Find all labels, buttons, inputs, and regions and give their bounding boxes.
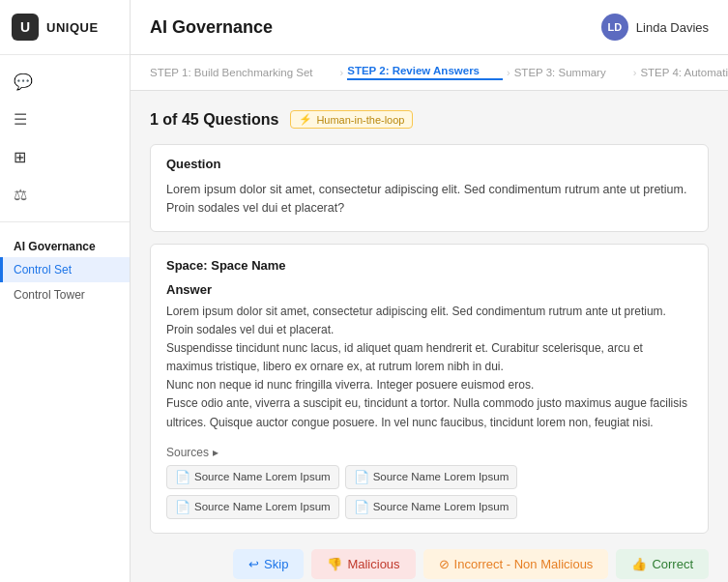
space-label: Space: Space Name	[166, 258, 692, 273]
sidebar-logo: U UNIQUE	[0, 0, 130, 55]
sidebar-item-control-tower[interactable]: Control Tower	[0, 282, 130, 307]
hitl-icon: ⚡	[299, 113, 312, 126]
sidebar-icon-group: 💬 ☰ ⊞ ⚖	[0, 55, 130, 222]
sidebar-icon-grid[interactable]: ⊞	[0, 138, 130, 176]
sidebar-icon-scale[interactable]: ⚖	[0, 176, 130, 214]
answer-text: Lorem ipsum dolor sit amet, consectetur …	[166, 303, 692, 432]
sources-label: Sources ▸	[166, 446, 692, 459]
user-name: Linda Davies	[636, 20, 709, 35]
action-buttons: ↩ Skip 👎 Malicious ⊘ Incorrect - Non Mal…	[150, 549, 709, 579]
avatar: LD	[601, 14, 628, 41]
source-chip-label-1: Source Name Lorem Ipsum	[194, 471, 331, 482]
logo-icon: U	[12, 14, 39, 41]
question-heading: Question	[151, 145, 708, 177]
step-sep-2: ›	[507, 67, 510, 78]
source-chip-icon-3: 📄	[175, 500, 190, 514]
source-chip-4[interactable]: 📄 Source Name Lorem Ipsum	[345, 495, 518, 519]
sources-section: Sources ▸ 📄 Source Name Lorem Ipsum 📄 So…	[166, 446, 692, 519]
correct-icon: 👍	[631, 557, 647, 571]
source-chip-label-4: Source Name Lorem Ipsum	[373, 501, 510, 512]
incorrect-icon: ⊘	[439, 557, 450, 571]
main-area: AI Governance LD Linda Davies STEP 1: Bu…	[131, 0, 728, 582]
skip-button[interactable]: ↩ Skip	[233, 549, 304, 579]
source-chip-1[interactable]: 📄 Source Name Lorem Ipsum	[166, 465, 339, 489]
step-sep-1: ›	[340, 67, 344, 78]
source-chip-label-3: Source Name Lorem Ipsum	[194, 501, 331, 512]
answer-heading: Answer	[166, 282, 692, 297]
header: AI Governance LD Linda Davies	[131, 0, 728, 55]
step-3[interactable]: STEP 3: Summary	[514, 67, 629, 78]
malicious-icon: 👎	[327, 557, 342, 571]
content-header: 1 of 45 Questions ⚡ Human-in-the-loop	[150, 110, 709, 129]
question-card: Question Lorem ipsum dolor sit amet, con…	[150, 144, 709, 232]
step-sep-3: ›	[633, 67, 637, 78]
hitl-badge: ⚡ Human-in-the-loop	[290, 110, 413, 129]
step-4[interactable]: STEP 4: Automations	[640, 67, 728, 78]
step-2[interactable]: STEP 2: Review Answers	[347, 65, 503, 80]
source-chip-icon-4: 📄	[354, 500, 369, 514]
step-1[interactable]: STEP 1: Build Benchmarking Set	[150, 67, 336, 78]
sources-toggle-icon[interactable]: ▸	[213, 446, 218, 459]
steps-bar: STEP 1: Build Benchmarking Set › STEP 2:…	[131, 55, 728, 91]
answer-card: Space: Space Name Answer Lorem ipsum dol…	[150, 244, 709, 534]
sources-chips: 📄 Source Name Lorem Ipsum 📄 Source Name …	[166, 465, 692, 519]
incorrect-button[interactable]: ⊘ Incorrect - Non Malicious	[423, 549, 609, 579]
sidebar-item-control-set[interactable]: Control Set	[0, 257, 130, 282]
sidebar-nav: AI Governance Control Set Control Tower	[0, 222, 130, 582]
content-area: 1 of 45 Questions ⚡ Human-in-the-loop Qu…	[131, 91, 728, 582]
sidebar: U UNIQUE 💬 ☰ ⊞ ⚖ AI Governance Control S…	[0, 0, 131, 582]
questions-count: 1 of 45 Questions	[150, 111, 278, 129]
source-chip-label-2: Source Name Lorem Ipsum	[373, 471, 510, 482]
question-text: Lorem ipsum dolor sit amet, consectetur …	[151, 177, 708, 231]
source-chip-icon-1: 📄	[175, 470, 190, 484]
page-title: AI Governance	[150, 17, 273, 38]
sidebar-section-title: AI Governance	[0, 234, 130, 257]
sidebar-icon-list[interactable]: ☰	[0, 101, 130, 138]
skip-icon: ↩	[248, 557, 259, 571]
source-chip-3[interactable]: 📄 Source Name Lorem Ipsum	[166, 495, 339, 519]
user-info: LD Linda Davies	[601, 14, 709, 41]
sidebar-icon-chat[interactable]: 💬	[0, 63, 130, 101]
source-chip-icon-2: 📄	[354, 470, 369, 484]
correct-button[interactable]: 👍 Correct	[616, 549, 709, 579]
malicious-button[interactable]: 👎 Malicious	[311, 549, 415, 579]
logo-text: UNIQUE	[46, 20, 99, 35]
source-chip-2[interactable]: 📄 Source Name Lorem Ipsum	[345, 465, 518, 489]
hitl-label: Human-in-the-loop	[316, 114, 404, 126]
